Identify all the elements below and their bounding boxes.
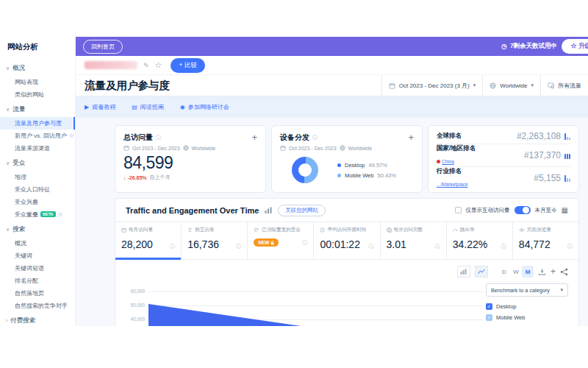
benchmark-dropdown[interactable]: Benchmark to a category▾	[486, 283, 568, 297]
date-range-selector[interactable]: Oct 2023 - Dec 2023 (3 月)▾	[381, 75, 483, 96]
sidebar-item-audience-overlap[interactable]: 受众重叠BETA☆	[0, 208, 75, 221]
onboarding-banner: ▶观看教程 ▤阅读指南 ◉参加网络研讨会	[76, 96, 588, 118]
calendar-icon	[280, 145, 286, 151]
back-home-button[interactable]: 回到首页	[83, 40, 123, 54]
watch-tutorial-link[interactable]: ▶观看教程	[85, 103, 115, 111]
info-icon[interactable]: ⓘ	[501, 243, 506, 250]
main-area: 回到首页 ◷7剩余天数试用中 ☆ 升级 ✎ ☆ + 比较 流量及用户参与度 Oc…	[76, 0, 588, 368]
sidebar-group-overview[interactable]: ∨概况	[0, 60, 75, 76]
trial-countdown: ◷7剩余天数试用中	[501, 42, 557, 51]
region-selector[interactable]: Worldwide▾	[482, 75, 540, 96]
join-webinar-link[interactable]: ◉参加网络研讨会	[180, 103, 229, 111]
chevron-down-icon: ∨	[6, 66, 10, 71]
sidebar-group-paid-search[interactable]: ›付费搜索	[0, 312, 75, 326]
granularity-month-button[interactable]: M	[522, 266, 534, 277]
info-icon[interactable]: ⓘ	[170, 243, 175, 250]
rank-bars-icon	[564, 133, 570, 140]
info-icon[interactable]: ⓘ	[369, 243, 374, 250]
sidebar-item-site-performance[interactable]: 网站表现	[0, 76, 75, 88]
chart-controls: D W M +	[115, 263, 578, 280]
card-period: Oct 2023 - Dec 2023	[132, 146, 180, 151]
series-toggle-desktop[interactable]: ✓Desktop	[486, 303, 568, 310]
add-icon[interactable]: +	[551, 266, 556, 277]
read-guide-link[interactable]: ▤阅读指南	[132, 103, 164, 111]
info-icon[interactable]: ⓘ	[156, 134, 161, 141]
series-toggle-mobile-web[interactable]: ✓Mobile Web	[486, 314, 568, 321]
visits-area-series	[148, 282, 472, 326]
metric-tile-avg-visit-duration[interactable]: 平均访问停留时间 00:01:22ⓘ	[313, 222, 379, 259]
caret-down-icon: ▾	[473, 82, 476, 88]
engaged-only-label: 仅显示互动访问量	[466, 207, 510, 214]
info-icon[interactable]: ⓘ	[236, 243, 241, 250]
area-chart-plot[interactable]: 60,000 50,000 40,000	[126, 282, 486, 326]
sidebar-item-similar-sites[interactable]: 类似的网站	[0, 88, 75, 101]
info-icon[interactable]: ⓘ	[302, 239, 307, 247]
line-chart-type-button[interactable]	[475, 266, 488, 277]
connect-website-button[interactable]: 关联您的网站	[278, 205, 326, 216]
download-icon[interactable]	[538, 268, 546, 276]
globe-icon	[490, 82, 496, 89]
granularity-day-button[interactable]: D	[498, 266, 510, 277]
favorite-star-icon[interactable]: ☆	[155, 60, 162, 70]
metric-value: 34.22%	[453, 238, 487, 250]
engaged-only-checkbox[interactable]	[455, 207, 462, 213]
metric-tile-monthly-visits[interactable]: 每月访问量 28,200ⓘ	[115, 222, 181, 259]
sidebar-item-keywords[interactable]: 关键词	[0, 250, 75, 262]
industry-category-link[interactable]: .../Marketplace	[437, 182, 468, 187]
new-locked-badge: NEW	[254, 238, 279, 247]
site-header-row: ✎ ☆ + 比较	[76, 56, 588, 74]
sidebar-item-new-vs-returning[interactable]: 新用户 vs. 回访用户☆	[0, 130, 75, 142]
sidebar-item-demographics[interactable]: 受众人口特征	[0, 183, 75, 196]
add-to-dashboard-button[interactable]: +	[408, 134, 414, 141]
arrow-down-icon: ↓	[123, 175, 126, 180]
compare-button[interactable]: + 比较	[171, 58, 204, 73]
sidebar-item-organic-competitors[interactable]: 自然搜索的竞争对手	[0, 300, 75, 312]
bar-chart-type-button[interactable]	[457, 266, 470, 277]
country-rank-value: #137,370	[524, 150, 561, 160]
card-period: Oct 2023 - Dec 2023	[289, 146, 337, 151]
webinar-play-icon: ◉	[180, 104, 185, 110]
add-to-dashboard-button[interactable]: +	[251, 134, 257, 141]
globe-icon	[183, 145, 189, 151]
change-note: 自上个月	[150, 174, 171, 181]
sidebar-item-rank-distribution[interactable]: 排名分配	[0, 275, 75, 287]
compare-calendar-icon[interactable]: ▦	[562, 206, 568, 214]
sidebar-item-traffic-engagement[interactable]: 流量及用户参与度	[0, 117, 75, 130]
month-to-date-toggle[interactable]	[514, 206, 531, 214]
info-icon[interactable]: ⓘ	[567, 243, 573, 250]
metric-tile-page-views[interactable]: 页面浏览量 84,772ⓘ	[512, 222, 578, 259]
metric-tile-unique-visitors[interactable]: 独立访客 16,736ⓘ	[181, 222, 247, 259]
upgrade-button[interactable]: ☆ 升级	[562, 39, 588, 54]
sidebar-item-audience-interests[interactable]: 受众兴趣	[0, 196, 75, 208]
sidebar-item-organic-landing-pages[interactable]: 自然落地页	[0, 287, 75, 300]
sidebar-item-geography[interactable]: 地理	[0, 171, 75, 183]
sidebar-group-search[interactable]: ∨搜索	[0, 221, 75, 237]
metric-tile-bounce-rate[interactable]: 跳出率 34.22%ⓘ	[446, 222, 512, 259]
y-axis-tick: 40,000	[126, 316, 145, 322]
sidebar-item-keyword-phrases[interactable]: 关键词短语	[0, 262, 75, 275]
sidebar-group-audience[interactable]: ∨受众	[0, 155, 75, 171]
card-region: Worldwide	[348, 146, 373, 151]
metric-tile-deduplicated-audience[interactable]: 已消除重复的受众 NEW ⓘ	[247, 222, 313, 259]
star-icon: ☆	[69, 132, 74, 139]
traffic-filter-selector[interactable]: 所有流量	[540, 75, 588, 96]
sidebar-item-traffic-sources[interactable]: 流量来源渠道	[0, 142, 75, 155]
info-icon[interactable]: ⓘ	[312, 134, 318, 141]
document-icon: ▤	[132, 104, 137, 110]
info-icon[interactable]: ⓘ	[435, 243, 440, 250]
global-rank-row: 全球排名 #2,263,108	[437, 129, 570, 144]
sidebar-item-search-overview[interactable]: 概况	[0, 237, 75, 250]
edit-pencil-icon[interactable]: ✎	[143, 62, 149, 69]
total-visits-value: 84,599	[123, 153, 257, 173]
chevron-down-icon: ∨	[6, 227, 10, 232]
globe-icon	[340, 145, 345, 151]
card-title: 设备分发	[280, 132, 309, 143]
metric-tile-pages-per-visit[interactable]: 每次访问页数 3.01ⓘ	[380, 222, 446, 259]
video-icon: ▶	[85, 104, 89, 110]
metric-value: 84,772	[519, 238, 551, 250]
granularity-week-button[interactable]: W	[510, 266, 522, 277]
mini-bar-chart-icon	[265, 207, 272, 213]
share-icon[interactable]	[560, 268, 568, 276]
country-link[interactable]: China	[437, 159, 454, 164]
sidebar-group-traffic[interactable]: ∨流量	[0, 101, 75, 117]
